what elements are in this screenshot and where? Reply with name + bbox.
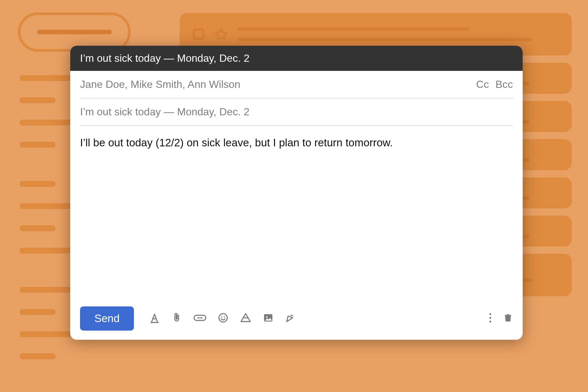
svg-point-4	[219, 314, 227, 322]
formatting-icon[interactable]	[149, 312, 160, 325]
send-button[interactable]: Send	[80, 306, 134, 331]
svg-point-13	[489, 321, 491, 323]
svg-point-5	[221, 317, 222, 317]
insert-image-icon[interactable]	[263, 312, 274, 325]
svg-rect-15	[505, 315, 511, 316]
compose-body[interactable]: I’ll be out today (12/2) on sick leave, …	[70, 126, 523, 301]
insert-drive-icon[interactable]	[240, 312, 252, 325]
insert-emoji-icon[interactable]	[218, 312, 229, 325]
svg-point-6	[224, 317, 225, 317]
recipients-value[interactable]: Jane Doe, Mike Smith, Ann Wilson	[80, 78, 476, 90]
svg-point-10	[266, 316, 268, 318]
svg-point-12	[489, 317, 491, 319]
confidential-mode-icon[interactable]	[285, 312, 296, 325]
compose-window: I’m out sick today — Monday, Dec. 2 Jane…	[70, 46, 523, 340]
sidebar-lines-decor	[20, 75, 78, 376]
compose-toolbar: Send	[70, 301, 523, 340]
bcc-button[interactable]: Bcc	[496, 78, 513, 90]
attach-file-icon[interactable]	[171, 312, 182, 325]
discard-draft-icon[interactable]	[503, 312, 513, 325]
recipients-field[interactable]: Jane Doe, Mike Smith, Ann Wilson Cc Bcc	[80, 71, 513, 98]
subject-field[interactable]: I’m out sick today — Monday, Dec. 2	[80, 98, 513, 126]
insert-link-icon[interactable]	[193, 312, 206, 325]
svg-point-11	[489, 313, 491, 315]
subject-value[interactable]: I’m out sick today — Monday, Dec. 2	[80, 106, 513, 118]
compose-window-title[interactable]: I’m out sick today — Monday, Dec. 2	[70, 46, 523, 71]
more-options-icon[interactable]	[489, 312, 492, 325]
cc-button[interactable]: Cc	[476, 78, 489, 90]
